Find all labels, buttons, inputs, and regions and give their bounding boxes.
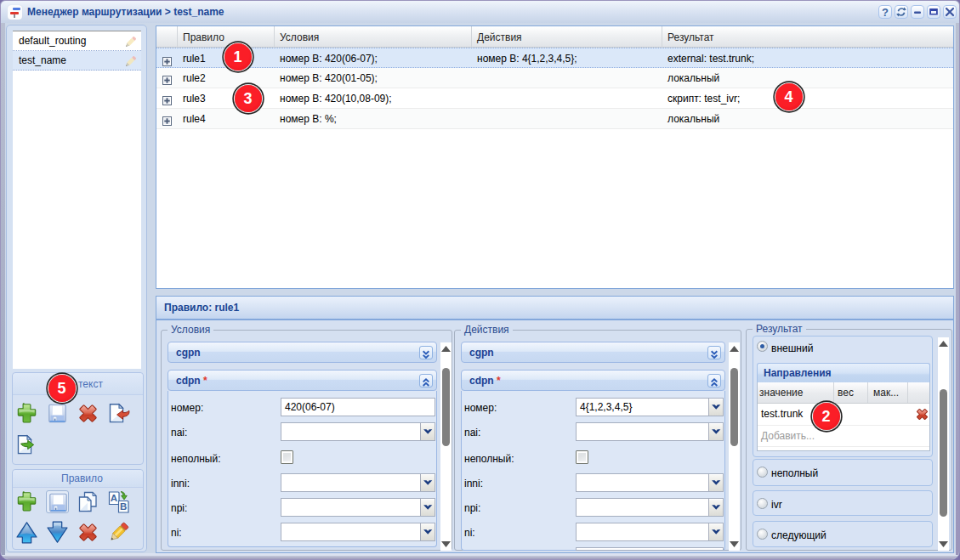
svg-text:B: B	[120, 501, 127, 512]
svg-text:?: ?	[882, 6, 889, 18]
svg-text:A: A	[111, 493, 117, 503]
